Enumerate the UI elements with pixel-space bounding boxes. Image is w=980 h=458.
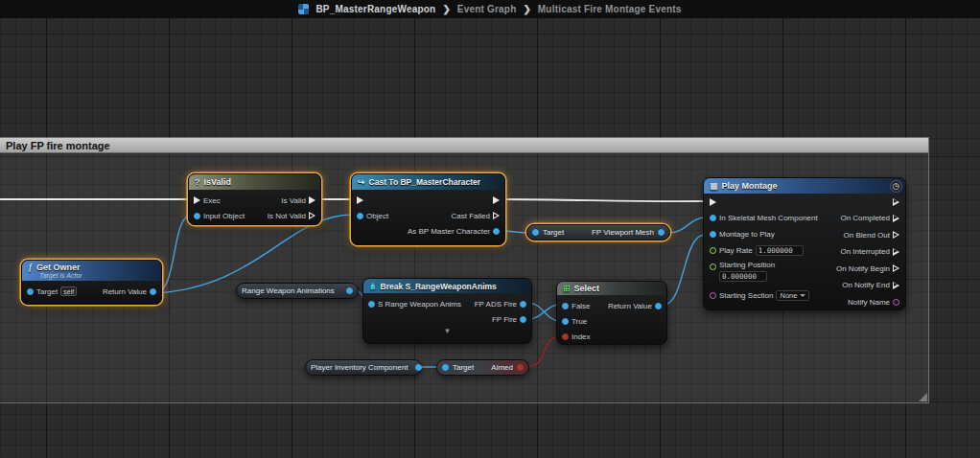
pin-on-interrupted[interactable]: On Interrupted [840,243,899,261]
object-pin-icon [194,213,200,219]
float-pin-icon [710,263,716,270]
breadcrumb-item-event-graph[interactable]: Event Graph [457,4,517,14]
collapse-arrow-icon[interactable]: ▼ [363,327,531,336]
graph-canvas[interactable]: Play FP fire montage ? IsValid Exec Is V… [0,0,980,458]
bool-pin-icon[interactable] [517,364,524,371]
dropdown-value: None [780,291,797,300]
exec-pin-icon [893,198,899,206]
name-pin-icon [893,299,899,306]
pin-index[interactable]: Index [562,332,591,341]
play-rate-input[interactable] [756,245,804,256]
pin-as-bp-master-character[interactable]: As BP Master Character [408,227,500,236]
object-pin-icon [493,228,500,235]
pin-label: S Range Weapon Anims [378,300,461,309]
breadcrumb: BP_MasterRangeWeapon ❯ Event Graph ❯ Mul… [0,0,980,18]
bool-pin-icon [562,333,569,340]
wildcard-pin-icon [655,303,662,309]
pin-exec-in[interactable] [710,198,716,206]
node-title: Cast To BP_MasterCharacter [369,177,481,187]
wildcard-pin-icon [562,303,569,309]
pin-in-skeletal-mesh-component[interactable]: In Skeletal Mesh Component [710,210,818,226]
node-subtitle: Target is Actor [39,272,155,280]
node-title: IsValid [204,177,232,187]
cast-icon: ↪ [358,177,365,187]
pin-input-object[interactable]: Input Object [194,212,245,220]
node-title: Break S_RangeWeaponAnims [381,282,497,291]
pin-fp-fire[interactable]: FP Fire [492,315,526,324]
breadcrumb-item-multicast-fire-montage-events[interactable]: Multicast Fire Montage Events [538,4,682,14]
pin-s-range-weapon-anims[interactable]: S Range Weapon Anims [368,300,461,309]
pin-label: On Interrupted [840,247,890,256]
exec-pin-icon [493,196,500,204]
node-isvalid-header: ? IsValid [189,174,320,190]
montage-icon: ▦ [710,181,718,191]
object-pin-icon[interactable] [658,229,665,236]
blueprint-icon [298,4,309,14]
node-get-owner[interactable]: ƒGet Owner Target is Actor Targetself Re… [21,260,162,305]
pin-notify-name[interactable]: Notify Name [848,294,899,311]
pin-label: Index [572,332,591,341]
exec-pin-icon [893,248,899,256]
object-pin-icon[interactable] [415,364,422,371]
pin-on-completed[interactable]: On Completed [840,210,899,227]
starting-position-input[interactable] [719,271,767,282]
exec-pin-icon [194,196,200,204]
pin-on-blend-out[interactable]: On Blend Out [844,227,899,244]
comment-title[interactable]: Play FP fire montage [0,138,928,153]
pin-label: On Notify Begin [836,264,890,273]
pin-label: Input Object [203,212,245,220]
object-pin-icon[interactable] [442,364,449,371]
node-break-header: ⋔ Break S_RangeWeaponAnims [363,279,531,293]
node-get-owner-header: ƒGet Owner Target is Actor [22,261,161,281]
pin-exec-in[interactable] [357,196,363,204]
var-node-player-inventory-component[interactable]: Player Inventory Component [305,359,422,376]
node-title: Play Montage [722,181,778,191]
pin-label: Return Value [103,287,147,296]
node-break-s-rangeweaponanims[interactable]: ⋔ Break S_RangeWeaponAnims S Range Weapo… [362,278,532,344]
pin-exec-out[interactable] [893,198,899,206]
breadcrumb-item-blueprint[interactable]: BP_MasterRangeWeapon [315,4,435,14]
node-cast-to-bp-mastercharacter[interactable]: ↪ Cast To BP_MasterCharacter Object Cast… [351,173,505,245]
pin-montage-to-play[interactable]: Montage to Play [710,226,818,242]
pin-true[interactable]: True [562,317,587,326]
pin-cast-failed[interactable]: Cast Failed [452,212,500,220]
pin-is-not-valid-out[interactable]: Is Not Valid [268,212,315,220]
node-play-montage[interactable]: ▦ Play Montage ◷ In Skeletal Mesh Compon… [703,177,906,310]
object-pin-icon[interactable] [346,287,353,294]
wildcard-pin-icon [562,318,569,325]
pin-exec-in[interactable]: Exec [194,196,221,205]
comment-resize-grip[interactable] [919,393,927,401]
pin-label: Aimed [491,363,513,372]
pin-label: Target [36,287,58,296]
starting-section-dropdown[interactable]: None [776,290,809,301]
pin-on-notify-end[interactable]: On Notify End [842,277,899,294]
pin-label: Starting Position [719,261,775,269]
object-pin-icon[interactable] [532,229,539,236]
pin-return-value[interactable]: Return Value [608,302,662,310]
node-aimed[interactable]: Target Aimed [436,359,529,376]
pin-label: On Blend Out [844,231,890,240]
pin-object[interactable]: Object [357,212,388,220]
pin-label: Cast Failed [452,212,490,220]
self-default-value[interactable]: self [60,286,77,296]
pin-is-valid-out[interactable]: Is Valid [281,196,315,205]
pin-return-value[interactable]: Return Value [103,287,156,296]
pin-label: Notify Name [848,298,890,307]
pin-starting-position[interactable]: Starting Position [710,259,818,287]
pin-exec-out[interactable] [493,196,500,204]
node-fp-viewport-mesh[interactable]: Target FP Viewport Mesh [526,224,670,240]
exec-pin-icon [309,212,315,219]
pin-fp-ads-fire[interactable]: FP ADS Fire [475,300,526,309]
pin-starting-section[interactable]: Starting SectionNone [710,287,818,304]
var-node-range-weapon-animations[interactable]: Range Weapon Animations [236,283,359,299]
pin-on-notify-begin[interactable]: On Notify Begin [836,261,899,278]
object-pin-icon [710,231,716,238]
node-isvalid[interactable]: ? IsValid Exec Is Valid Input Object Is … [188,173,321,225]
pin-play-rate[interactable]: Play Rate [710,242,818,259]
pin-false[interactable]: False [562,302,591,310]
pin-label: As BP Master Character [408,227,490,236]
exec-pin-icon [710,198,716,206]
exec-pin-icon [893,231,899,239]
pin-target[interactable]: Targetself [27,286,77,296]
node-select[interactable]: ⊞ Select False Return Value True Index [556,281,667,345]
